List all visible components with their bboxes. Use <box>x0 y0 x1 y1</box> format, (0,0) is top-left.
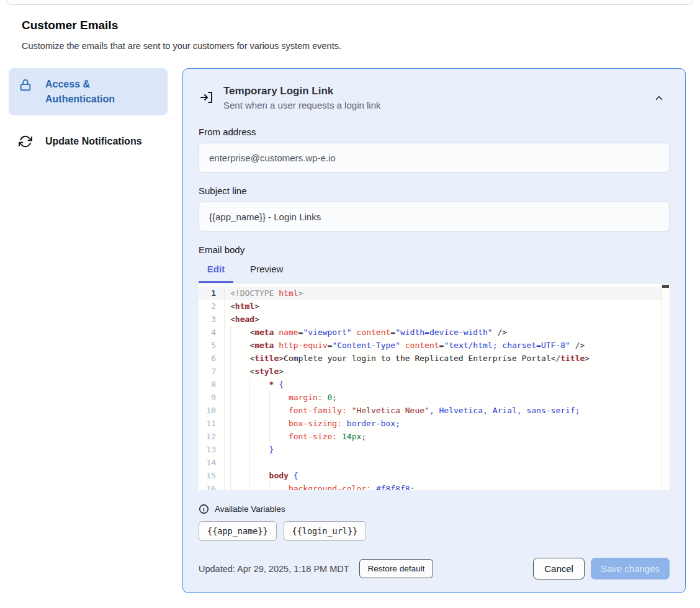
code-line-7[interactable]: 7<style> <box>199 365 670 378</box>
page-subtitle: Customize the emails that are sent to yo… <box>22 41 341 51</box>
available-variables-row: Available Variables <box>199 504 670 514</box>
lock-icon <box>19 78 32 92</box>
code-lines: 1<!DOCTYPE html>2<html>3<head>4<meta nam… <box>199 284 670 490</box>
card-footer: Updated: Apr 29, 2025, 1:18 PM MDT Resto… <box>199 558 670 579</box>
code-line-4[interactable]: 4<meta name="viewport" content="width=de… <box>199 326 670 339</box>
from-address-input[interactable] <box>199 143 670 172</box>
chevron-up-icon <box>653 92 670 104</box>
collapse-button[interactable] <box>653 90 670 106</box>
variable-chips: {{app_name}} {{login_url}} <box>199 521 670 541</box>
code-line-8[interactable]: 8* { <box>199 378 670 391</box>
code-editor[interactable]: 1<!DOCTYPE html>2<html>3<head>4<meta nam… <box>199 283 670 490</box>
variable-chip-login-url[interactable]: {{login_url}} <box>284 521 367 541</box>
code-line-15[interactable]: 15body { <box>199 469 670 482</box>
variable-chip-app-name[interactable]: {{app_name}} <box>199 521 277 541</box>
code-line-5[interactable]: 5<meta http-equiv="Content-Type" content… <box>199 339 670 352</box>
code-line-3[interactable]: 3<head> <box>199 313 670 326</box>
sidebar-item-update-notifications[interactable]: Update Notifications <box>9 127 168 156</box>
card-title: Temporary Login Link <box>223 85 653 97</box>
subject-line-label: Subject line <box>199 186 670 196</box>
restore-default-button[interactable]: Restore default <box>359 559 434 578</box>
email-types-sidebar: Access & Authentication Update Notificat… <box>9 68 168 156</box>
tab-preview[interactable]: Preview <box>250 264 283 283</box>
tab-edit[interactable]: Edit <box>199 264 233 283</box>
info-icon <box>199 504 209 514</box>
code-line-10[interactable]: 10font-family: "Helvetica Neue", Helveti… <box>199 404 670 417</box>
code-line-1[interactable]: 1<!DOCTYPE html> <box>199 287 670 300</box>
code-line-9[interactable]: 9margin: 0; <box>199 391 670 404</box>
from-address-label: From address <box>199 127 670 137</box>
save-changes-button[interactable]: Save changes <box>591 558 670 579</box>
code-line-12[interactable]: 12font-size: 14px; <box>199 430 670 443</box>
card-subtitle: Sent when a user requests a login link <box>223 100 653 110</box>
refresh-icon <box>19 135 32 148</box>
temporary-login-link-card: Temporary Login Link Sent when a user re… <box>182 68 686 593</box>
code-line-14[interactable]: 14 <box>199 456 670 469</box>
updated-timestamp: Updated: Apr 29, 2025, 1:18 PM MDT <box>199 564 349 574</box>
login-link-icon <box>200 90 215 105</box>
available-variables-label: Available Variables <box>215 504 285 514</box>
sidebar-item-label: Access & Authentication <box>45 77 158 107</box>
code-line-16[interactable]: 16background-color: #f8f8f8; <box>199 482 670 490</box>
page-title: Customer Emails <box>22 19 118 32</box>
subject-line-input[interactable] <box>199 202 670 231</box>
email-body-label: Email body <box>199 244 670 255</box>
previous-card-bottom-edge <box>6 0 694 5</box>
code-line-13[interactable]: 13} <box>199 443 670 456</box>
code-line-11[interactable]: 11box-sizing: border-box; <box>199 417 670 430</box>
code-line-6[interactable]: 6<title>Complete your login to the Repli… <box>199 352 670 365</box>
card-header: Temporary Login Link Sent when a user re… <box>199 85 670 110</box>
editor-scrollbar[interactable] <box>662 284 670 490</box>
code-line-2[interactable]: 2<html> <box>199 300 670 313</box>
cancel-button[interactable]: Cancel <box>533 558 585 579</box>
email-body-tabs: Edit Preview <box>199 264 670 283</box>
editor-scrollbar-thumb[interactable] <box>662 285 669 288</box>
sidebar-item-label: Update Notifications <box>45 134 142 149</box>
sidebar-item-access-authentication[interactable]: Access & Authentication <box>9 68 168 115</box>
